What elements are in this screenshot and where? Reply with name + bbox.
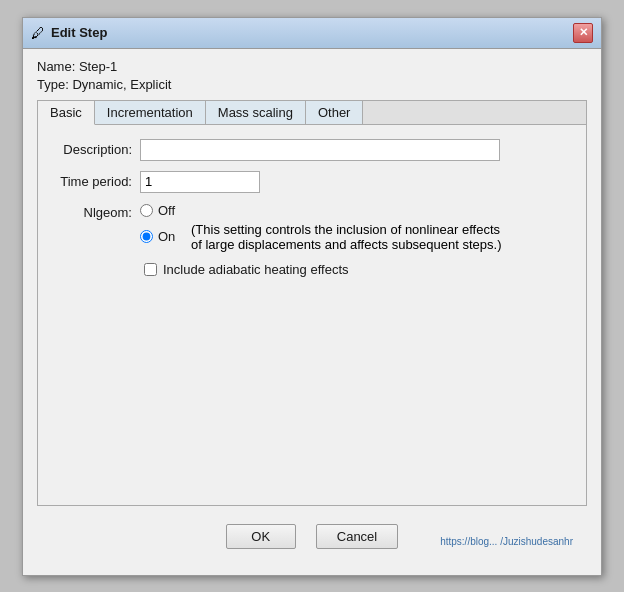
adiabatic-label: Include adiabatic heating effects: [163, 262, 349, 277]
type-row: Type: Dynamic, Explicit: [37, 77, 587, 92]
tab-incrementation[interactable]: Incrementation: [95, 101, 206, 124]
watermark: https://blog... /Juzishudesanhr: [440, 536, 573, 547]
nlgeom-off-row: Off: [140, 203, 502, 218]
adiabatic-checkbox[interactable]: [144, 263, 157, 276]
nlgeom-section: Nlgeom: Off On (This setting controls th…: [50, 203, 574, 252]
nlgeom-desc-line1: (This setting controls the inclusion of …: [191, 222, 502, 237]
nlgeom-label: Nlgeom:: [50, 203, 140, 220]
description-label: Description:: [50, 142, 140, 157]
ok-button[interactable]: OK: [226, 524, 296, 549]
tab-header: Basic Incrementation Mass scaling Other: [38, 101, 586, 125]
edit-step-dialog: 🖊 Edit Step ✕ Name: Step-1 Type: Dynamic…: [22, 17, 602, 576]
close-button[interactable]: ✕: [573, 23, 593, 43]
nlgeom-description: (This setting controls the inclusion of …: [191, 222, 502, 252]
tabs-container: Basic Incrementation Mass scaling Other …: [37, 100, 587, 506]
cancel-button[interactable]: Cancel: [316, 524, 398, 549]
description-input[interactable]: [140, 139, 500, 161]
footer: OK Cancel https://blog... /Juzishudesanh…: [37, 514, 587, 563]
type-label: Type:: [37, 77, 69, 92]
tab-other[interactable]: Other: [306, 101, 364, 124]
nlgeom-off-radio[interactable]: [140, 204, 153, 217]
nlgeom-off-label: Off: [158, 203, 186, 218]
adiabatic-row: Include adiabatic heating effects: [144, 262, 574, 277]
tab-content-basic: Description: Time period: Nlgeom: Off: [38, 125, 586, 505]
time-period-input[interactable]: [140, 171, 260, 193]
time-period-label: Time period:: [50, 174, 140, 189]
nlgeom-controls: Off On (This setting controls the inclus…: [140, 203, 502, 252]
time-period-row: Time period:: [50, 171, 574, 193]
name-label: Name:: [37, 59, 75, 74]
name-row: Name: Step-1: [37, 59, 587, 74]
nlgeom-on-row: On (This setting controls the inclusion …: [140, 222, 502, 252]
title-bar-left: 🖊 Edit Step: [31, 25, 107, 41]
description-row: Description:: [50, 139, 574, 161]
nlgeom-on-label: On: [158, 229, 186, 244]
title-bar: 🖊 Edit Step ✕: [23, 18, 601, 49]
window-body: Name: Step-1 Type: Dynamic, Explicit Bas…: [23, 49, 601, 575]
dialog-title: Edit Step: [51, 25, 107, 40]
nlgeom-on-radio[interactable]: [140, 230, 153, 243]
name-value: Step-1: [79, 59, 117, 74]
type-value: Dynamic, Explicit: [72, 77, 171, 92]
tab-basic[interactable]: Basic: [38, 101, 95, 125]
tab-mass-scaling[interactable]: Mass scaling: [206, 101, 306, 124]
nlgeom-desc-line2: of large displacements and affects subse…: [191, 237, 502, 252]
